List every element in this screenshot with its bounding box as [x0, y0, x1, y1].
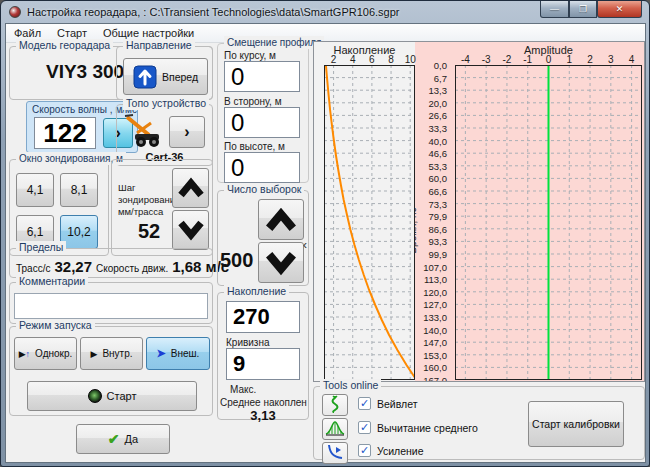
- launch-mode-group: Режим запуска ▶↑ Однокр. ▶ Внутр. ➤ Внеш…: [9, 326, 213, 416]
- wave-speed-value[interactable]: 122: [34, 117, 96, 149]
- profile-offset-group: Смещение профиля По курсу, м 0 В сторону…: [217, 43, 309, 183]
- time-tick-label: 60,0: [414, 173, 447, 184]
- mean-subtraction-icon: [325, 419, 345, 439]
- wavelet-checkbox-label: Вейвлет: [377, 398, 417, 410]
- gain-curve-icon: [326, 444, 344, 462]
- topo-device-next-button[interactable]: ›: [169, 116, 205, 148]
- time-tick-label: 53,3: [414, 161, 447, 172]
- x-tick-label: 2: [325, 54, 343, 65]
- accumulation-label: Накопление: [224, 285, 289, 298]
- menu-general-settings[interactable]: Общие настройки: [95, 27, 202, 39]
- time-tick-label: 73,3: [414, 199, 447, 210]
- accumulation-plot[interactable]: [324, 65, 415, 380]
- start-button[interactable]: Старт: [27, 381, 197, 411]
- ok-button-label: Да: [125, 433, 139, 445]
- client-area: Файл Старт Общие настройки Модель георад…: [5, 23, 646, 463]
- menu-start[interactable]: Старт: [49, 27, 95, 39]
- avg-accumulation-label: Среднее накоплен: [220, 397, 307, 408]
- wavelet-icon: [326, 395, 344, 415]
- time-tick-label: 153,0: [414, 350, 447, 361]
- step-decrease-button[interactable]: [172, 210, 209, 250]
- ok-button[interactable]: ✔ Да: [76, 424, 170, 454]
- time-tick-label: 13,3: [414, 85, 447, 96]
- comments-input[interactable]: [14, 293, 208, 319]
- chevron-down-icon: [178, 219, 204, 241]
- x-tick-label: 8: [382, 54, 400, 65]
- mode-single-label: Однокр.: [35, 348, 72, 359]
- mode-internal-button[interactable]: ▶ Внутр.: [80, 337, 143, 370]
- mean-subtraction-tool-button[interactable]: [322, 418, 348, 440]
- offset-course-field[interactable]: 0: [224, 61, 300, 92]
- offset-course-label: По курсу, м: [224, 50, 276, 61]
- direction-forward-button[interactable]: Вперед: [123, 58, 208, 95]
- step-increase-button[interactable]: [172, 168, 209, 208]
- minimize-button[interactable]: —: [540, 1, 569, 18]
- cart-icon: [121, 113, 165, 151]
- sounding-step-group: Шаг зондирования мм/трасса 52: [111, 159, 213, 256]
- external-trigger-icon: ➤: [157, 347, 166, 360]
- gain-tool-button[interactable]: [322, 442, 348, 464]
- direction-group-label: Направление: [123, 39, 195, 52]
- app-icon: [9, 6, 21, 18]
- time-tick-label: 46,6: [414, 148, 447, 159]
- wavelet-checkbox-row[interactable]: ✓ Вейвлет: [358, 397, 417, 410]
- offset-height-label: По высоте, м: [224, 141, 285, 152]
- menu-file[interactable]: Файл: [6, 27, 49, 39]
- samples-decrease-button[interactable]: [258, 242, 304, 283]
- checkbox-checked-icon[interactable]: ✓: [358, 397, 371, 410]
- mode-external-button[interactable]: ➤ Внеш.: [146, 337, 210, 370]
- chart-panel: Накопление Amplitude Время, нс 246810 -4…: [313, 41, 645, 382]
- maximize-button[interactable]: ❐: [569, 1, 597, 18]
- accumulation-value[interactable]: 270: [226, 301, 300, 333]
- gain-checkbox-label: Усиление: [377, 445, 424, 457]
- checkbox-checked-icon[interactable]: ✓: [358, 444, 371, 457]
- start-calibration-button[interactable]: Старт калибровки: [528, 401, 624, 447]
- curvature-value[interactable]: 9: [226, 348, 300, 380]
- amplitude-plot[interactable]: [455, 65, 642, 380]
- samples-label: Число выборок: [224, 183, 304, 196]
- limits-group: Пределы Трасс/с 32,27 Скорость движ. 1,6…: [9, 248, 213, 278]
- record-led-icon: [88, 389, 102, 403]
- wavelet-tool-button[interactable]: [322, 394, 348, 416]
- time-tick-label: 20,0: [414, 98, 447, 109]
- time-tick-label: 99,9: [414, 249, 447, 260]
- samples-group: Число выборок 500: [217, 190, 309, 286]
- model-group-label: Модель георадара: [16, 39, 113, 52]
- start-calibration-label: Старт калибровки: [532, 418, 620, 430]
- x-tick-label: -3: [477, 54, 495, 65]
- time-tick-label: 113,0: [414, 274, 447, 285]
- sounding-step-value: 52: [138, 220, 160, 243]
- comments-group: Комментарии: [9, 282, 213, 324]
- mode-single-button[interactable]: ▶↑ Однокр.: [14, 337, 77, 370]
- checkbox-checked-icon[interactable]: ✓: [358, 421, 371, 434]
- close-icon: ✕: [616, 4, 624, 14]
- x-tick-label: -2: [498, 54, 516, 65]
- x-tick-label: 2: [581, 54, 599, 65]
- offset-height-field[interactable]: 0: [224, 152, 300, 183]
- start-button-label: Старт: [107, 390, 137, 402]
- close-button[interactable]: ✕: [597, 1, 642, 18]
- window-option-8-1[interactable]: 8,1: [60, 173, 98, 207]
- time-tick-label: 140,0: [414, 325, 447, 336]
- window-option-4-1[interactable]: 4,1: [16, 173, 54, 207]
- direction-forward-label: Вперед: [162, 71, 198, 83]
- x-tick-label: 1: [560, 54, 578, 65]
- chevron-down-icon: [264, 250, 298, 276]
- collapse-panel-handle[interactable]: ‹: [303, 238, 307, 252]
- mean-subtraction-checkbox-label: Вычитание среднего: [377, 422, 478, 434]
- gain-checkbox-row[interactable]: ✓ Усиление: [358, 444, 424, 457]
- time-tick-label: 133,0: [414, 312, 447, 323]
- mode-external-label: Внеш.: [171, 348, 200, 359]
- topo-device-group: Топо устройство › Cart-36: [116, 104, 213, 166]
- traces-per-sec-value: 32,27: [54, 258, 92, 275]
- mean-subtraction-checkbox-row[interactable]: ✓ Вычитание среднего: [358, 421, 478, 434]
- maximize-icon: ❐: [579, 4, 587, 14]
- time-tick-label: 6,7: [414, 73, 447, 84]
- time-tick-label: 0,0: [414, 60, 447, 71]
- x-tick-label: 4: [344, 54, 362, 65]
- samples-increase-button[interactable]: [258, 199, 304, 240]
- time-tick-label: 107,0: [414, 262, 447, 273]
- tools-online-label: Tools online: [320, 379, 381, 392]
- offset-side-field[interactable]: 0: [224, 107, 300, 138]
- forward-arrow-icon: [133, 65, 157, 89]
